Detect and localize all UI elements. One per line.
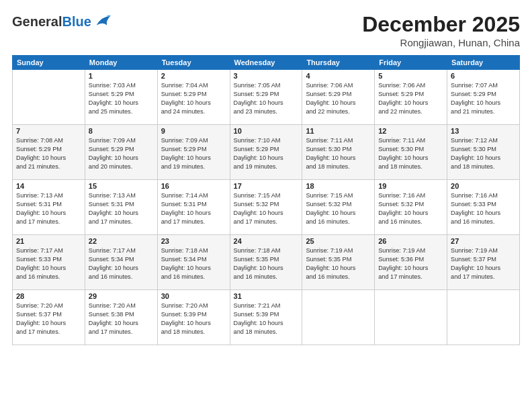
day-number: 5 bbox=[378, 72, 443, 80]
day-cell-7: 7Sunrise: 7:08 AM Sunset: 5:29 PM Daylig… bbox=[13, 125, 85, 180]
logo: GeneralBlue bbox=[12, 12, 112, 31]
day-number: 27 bbox=[451, 237, 516, 245]
day-cell-9: 9Sunrise: 7:09 AM Sunset: 5:29 PM Daylig… bbox=[157, 125, 230, 180]
day-info: Sunrise: 7:18 AM Sunset: 5:35 PM Dayligh… bbox=[234, 246, 299, 281]
day-number: 28 bbox=[16, 292, 81, 300]
day-cell-30: 30Sunrise: 7:20 AM Sunset: 5:39 PM Dayli… bbox=[157, 290, 230, 345]
day-number: 13 bbox=[451, 127, 516, 135]
day-cell-10: 10Sunrise: 7:10 AM Sunset: 5:29 PM Dayli… bbox=[230, 125, 302, 180]
header-thursday: Thursday bbox=[302, 56, 375, 70]
day-info: Sunrise: 7:11 AM Sunset: 5:30 PM Dayligh… bbox=[306, 136, 371, 171]
day-cell-8: 8Sunrise: 7:09 AM Sunset: 5:29 PM Daylig… bbox=[85, 125, 157, 180]
day-info: Sunrise: 7:15 AM Sunset: 5:32 PM Dayligh… bbox=[306, 191, 371, 226]
day-number: 8 bbox=[89, 127, 154, 135]
day-number: 7 bbox=[16, 127, 81, 135]
day-info: Sunrise: 7:04 AM Sunset: 5:29 PM Dayligh… bbox=[161, 81, 226, 116]
day-info: Sunrise: 7:21 AM Sunset: 5:39 PM Dayligh… bbox=[234, 302, 299, 336]
day-cell-29: 29Sunrise: 7:20 AM Sunset: 5:38 PM Dayli… bbox=[85, 290, 157, 345]
day-cell-14: 14Sunrise: 7:13 AM Sunset: 5:31 PM Dayli… bbox=[13, 180, 85, 235]
day-number: 12 bbox=[378, 127, 443, 135]
day-number: 21 bbox=[16, 237, 81, 245]
day-info: Sunrise: 7:20 AM Sunset: 5:37 PM Dayligh… bbox=[16, 302, 81, 336]
title-block: December 2025 Rongjiawan, Hunan, China bbox=[362, 12, 520, 48]
day-cell-4: 4Sunrise: 7:06 AM Sunset: 5:29 PM Daylig… bbox=[302, 70, 375, 125]
day-number: 15 bbox=[89, 182, 154, 190]
day-number: 30 bbox=[161, 292, 226, 300]
day-number: 26 bbox=[378, 237, 443, 245]
day-info: Sunrise: 7:20 AM Sunset: 5:39 PM Dayligh… bbox=[161, 302, 226, 336]
day-number: 19 bbox=[378, 182, 443, 190]
day-info: Sunrise: 7:13 AM Sunset: 5:31 PM Dayligh… bbox=[89, 191, 154, 226]
calendar-table: SundayMondayTuesdayWednesdayThursdayFrid… bbox=[12, 55, 520, 345]
day-number: 16 bbox=[161, 182, 226, 190]
day-number: 2 bbox=[161, 72, 226, 80]
day-cell-17: 17Sunrise: 7:15 AM Sunset: 5:32 PM Dayli… bbox=[230, 180, 302, 235]
day-info: Sunrise: 7:09 AM Sunset: 5:29 PM Dayligh… bbox=[89, 136, 154, 171]
day-number: 23 bbox=[161, 237, 226, 245]
day-cell-16: 16Sunrise: 7:14 AM Sunset: 5:31 PM Dayli… bbox=[157, 180, 230, 235]
empty-cell bbox=[447, 290, 520, 345]
day-info: Sunrise: 7:19 AM Sunset: 5:35 PM Dayligh… bbox=[306, 246, 371, 281]
day-info: Sunrise: 7:06 AM Sunset: 5:29 PM Dayligh… bbox=[378, 81, 443, 116]
logo-general: General bbox=[12, 14, 62, 29]
day-cell-15: 15Sunrise: 7:13 AM Sunset: 5:31 PM Dayli… bbox=[85, 180, 157, 235]
day-info: Sunrise: 7:14 AM Sunset: 5:31 PM Dayligh… bbox=[161, 191, 226, 226]
calendar-header-row: SundayMondayTuesdayWednesdayThursdayFrid… bbox=[13, 56, 520, 70]
day-info: Sunrise: 7:19 AM Sunset: 5:37 PM Dayligh… bbox=[451, 246, 516, 281]
day-number: 20 bbox=[451, 182, 516, 190]
day-cell-13: 13Sunrise: 7:12 AM Sunset: 5:30 PM Dayli… bbox=[447, 125, 520, 180]
day-info: Sunrise: 7:09 AM Sunset: 5:29 PM Dayligh… bbox=[161, 136, 226, 171]
day-number: 11 bbox=[306, 127, 371, 135]
day-cell-26: 26Sunrise: 7:19 AM Sunset: 5:36 PM Dayli… bbox=[375, 235, 447, 290]
week-row-3: 14Sunrise: 7:13 AM Sunset: 5:31 PM Dayli… bbox=[13, 180, 520, 235]
day-number: 31 bbox=[234, 292, 299, 300]
day-info: Sunrise: 7:15 AM Sunset: 5:32 PM Dayligh… bbox=[234, 191, 299, 226]
day-info: Sunrise: 7:08 AM Sunset: 5:29 PM Dayligh… bbox=[16, 136, 81, 171]
day-cell-25: 25Sunrise: 7:19 AM Sunset: 5:35 PM Dayli… bbox=[302, 235, 375, 290]
day-number: 25 bbox=[306, 237, 371, 245]
day-number: 1 bbox=[89, 72, 154, 80]
day-info: Sunrise: 7:17 AM Sunset: 5:33 PM Dayligh… bbox=[16, 246, 81, 281]
day-info: Sunrise: 7:11 AM Sunset: 5:30 PM Dayligh… bbox=[378, 136, 443, 171]
day-info: Sunrise: 7:12 AM Sunset: 5:30 PM Dayligh… bbox=[451, 136, 516, 171]
header: GeneralBlue December 2025 Rongjiawan, Hu… bbox=[12, 12, 520, 48]
day-cell-18: 18Sunrise: 7:15 AM Sunset: 5:32 PM Dayli… bbox=[302, 180, 375, 235]
day-cell-12: 12Sunrise: 7:11 AM Sunset: 5:30 PM Dayli… bbox=[375, 125, 447, 180]
day-info: Sunrise: 7:10 AM Sunset: 5:29 PM Dayligh… bbox=[234, 136, 299, 171]
day-number: 9 bbox=[161, 127, 226, 135]
day-info: Sunrise: 7:20 AM Sunset: 5:38 PM Dayligh… bbox=[89, 302, 154, 336]
day-info: Sunrise: 7:17 AM Sunset: 5:34 PM Dayligh… bbox=[89, 246, 154, 281]
day-number: 22 bbox=[89, 237, 154, 245]
day-cell-20: 20Sunrise: 7:16 AM Sunset: 5:33 PM Dayli… bbox=[447, 180, 520, 235]
day-info: Sunrise: 7:16 AM Sunset: 5:33 PM Dayligh… bbox=[451, 191, 516, 226]
day-info: Sunrise: 7:06 AM Sunset: 5:29 PM Dayligh… bbox=[306, 81, 371, 116]
day-number: 3 bbox=[234, 72, 299, 80]
header-tuesday: Tuesday bbox=[157, 56, 230, 70]
page: GeneralBlue December 2025 Rongjiawan, Hu… bbox=[0, 0, 532, 411]
day-cell-31: 31Sunrise: 7:21 AM Sunset: 5:39 PM Dayli… bbox=[230, 290, 302, 345]
day-number: 10 bbox=[234, 127, 299, 135]
empty-cell bbox=[375, 290, 447, 345]
day-number: 14 bbox=[16, 182, 81, 190]
day-cell-27: 27Sunrise: 7:19 AM Sunset: 5:37 PM Dayli… bbox=[447, 235, 520, 290]
day-cell-19: 19Sunrise: 7:16 AM Sunset: 5:32 PM Dayli… bbox=[375, 180, 447, 235]
day-info: Sunrise: 7:16 AM Sunset: 5:32 PM Dayligh… bbox=[378, 191, 443, 226]
day-info: Sunrise: 7:07 AM Sunset: 5:29 PM Dayligh… bbox=[451, 81, 516, 116]
location: Rongjiawan, Hunan, China bbox=[362, 37, 520, 48]
day-cell-22: 22Sunrise: 7:17 AM Sunset: 5:34 PM Dayli… bbox=[85, 235, 157, 290]
empty-cell bbox=[13, 70, 85, 125]
day-cell-5: 5Sunrise: 7:06 AM Sunset: 5:29 PM Daylig… bbox=[375, 70, 447, 125]
day-info: Sunrise: 7:13 AM Sunset: 5:31 PM Dayligh… bbox=[16, 191, 81, 226]
day-cell-24: 24Sunrise: 7:18 AM Sunset: 5:35 PM Dayli… bbox=[230, 235, 302, 290]
day-cell-28: 28Sunrise: 7:20 AM Sunset: 5:37 PM Dayli… bbox=[13, 290, 85, 345]
empty-cell bbox=[302, 290, 375, 345]
month-title: December 2025 bbox=[362, 12, 520, 37]
week-row-1: 1Sunrise: 7:03 AM Sunset: 5:29 PM Daylig… bbox=[13, 70, 520, 125]
day-cell-11: 11Sunrise: 7:11 AM Sunset: 5:30 PM Dayli… bbox=[302, 125, 375, 180]
header-monday: Monday bbox=[85, 56, 157, 70]
day-number: 17 bbox=[234, 182, 299, 190]
day-info: Sunrise: 7:18 AM Sunset: 5:34 PM Dayligh… bbox=[161, 246, 226, 281]
day-number: 4 bbox=[306, 72, 371, 80]
day-info: Sunrise: 7:03 AM Sunset: 5:29 PM Dayligh… bbox=[89, 81, 154, 116]
day-number: 6 bbox=[451, 72, 516, 80]
